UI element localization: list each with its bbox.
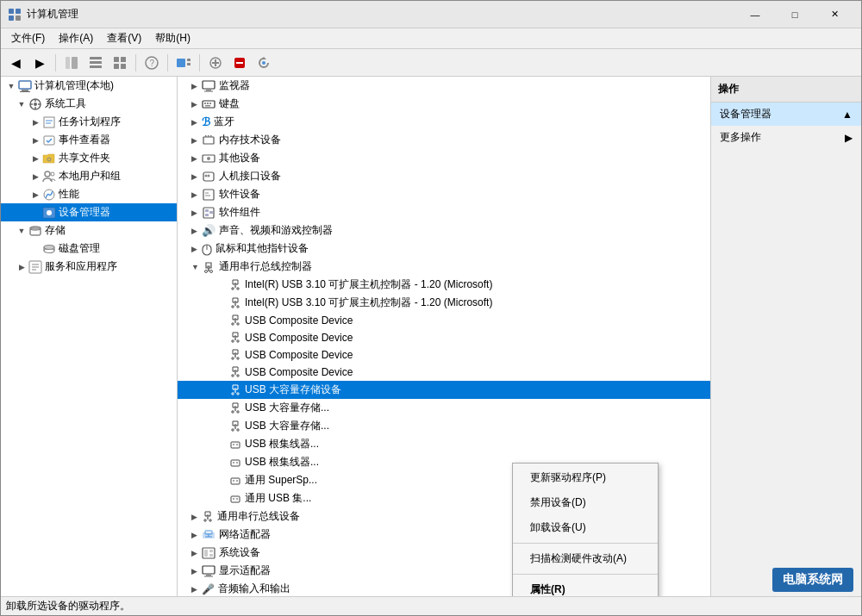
device-usb-composite2[interactable]: USB Composite Device (178, 329, 710, 346)
svg-point-104 (233, 480, 234, 482)
svg-point-66 (205, 174, 208, 177)
svg-point-82 (237, 306, 239, 308)
usb-hub-label: 通用 USB 集... (245, 491, 311, 506)
device-usb-composite4[interactable]: USB Composite Device (178, 364, 710, 381)
left-shared-folders[interactable]: ▶ 共享文件夹 (1, 149, 177, 167)
system-dev-label: 系统设备 (219, 545, 260, 560)
expand-monitors-icon: ▶ (191, 82, 202, 90)
network-label: 网络适配器 (219, 527, 271, 542)
left-root-item[interactable]: ▼ 计算机管理(本地) (1, 77, 177, 95)
left-sys-tools[interactable]: ▼ 系统工具 (1, 95, 177, 113)
device-other[interactable]: ▶ 其他设备 (178, 149, 710, 167)
menu-help[interactable]: 帮助(H) (148, 29, 197, 47)
device-usb-intel2[interactable]: Intel(R) USB 3.10 可扩展主机控制器 - 1.20 (Micro… (178, 294, 710, 312)
device-usb-mass3[interactable]: USB 大容量存储... (178, 417, 710, 435)
menu-action[interactable]: 操作(A) (52, 29, 100, 47)
context-scan-hardware[interactable]: 扫描检测硬件改动(A) (513, 546, 658, 571)
toolbar-sep4 (199, 54, 200, 72)
device-usb-mass1[interactable]: USB 大容量存储设备 (178, 381, 710, 399)
svg-rect-120 (206, 575, 211, 576)
context-uninstall-device[interactable]: 卸载设备(U) (513, 515, 658, 540)
left-event-viewer[interactable]: ▶ 事件查看器 (1, 131, 177, 149)
add-button[interactable] (204, 53, 227, 73)
usb-mass2-icon (229, 401, 241, 414)
menu-file[interactable]: 文件(F) (4, 29, 52, 47)
device-usb-controllers[interactable]: ▼ 通用串行总线控制器 (178, 258, 710, 276)
usb-mass1-icon (229, 383, 241, 396)
perf-icon (42, 188, 56, 202)
expand-services: ▶ (15, 260, 28, 274)
minimize-button[interactable]: — (735, 1, 775, 28)
device-keyboards[interactable]: ▶ 键盘 (178, 95, 710, 113)
forward-button[interactable]: ▶ (28, 53, 51, 73)
device-monitors[interactable]: ▶ 监视器 (178, 77, 710, 95)
perf-label: 性能 (59, 187, 79, 202)
svg-rect-59 (203, 137, 214, 144)
svg-point-93 (232, 411, 234, 413)
show-tree-button[interactable] (60, 53, 83, 73)
sw-components-icon (202, 206, 216, 219)
device-memory[interactable]: ▶ 内存技术设备 (178, 131, 710, 149)
action-device-manager[interactable]: 设备管理器 ▲ (711, 103, 861, 126)
svg-point-86 (237, 340, 239, 342)
svg-point-92 (237, 393, 239, 395)
usb-root2-icon (229, 456, 241, 469)
device-sound[interactable]: ▶ 🔊 声音、视频和游戏控制器 (178, 221, 710, 240)
sound-label: 声音、视频和游戏控制器 (219, 223, 333, 238)
remove-button[interactable] (228, 53, 251, 73)
device-software[interactable]: ▶ 软件设备 (178, 185, 710, 203)
expand-bluetooth-icon: ▶ (191, 118, 202, 127)
svg-point-37 (51, 172, 54, 176)
device-hid[interactable]: ▶ 人机接口设备 (178, 167, 710, 185)
watermark: 电脑系统网 (772, 568, 853, 592)
left-performance[interactable]: ▶ 性能 (1, 185, 177, 203)
svg-rect-17 (187, 63, 191, 65)
left-storage[interactable]: ▼ 存储 (1, 221, 177, 240)
status-text: 卸载所选设备的驱动程序。 (6, 599, 130, 613)
other-icon (202, 152, 216, 165)
system-dev-icon (202, 546, 216, 559)
maximize-button[interactable]: □ (775, 1, 815, 28)
close-button[interactable]: ✕ (815, 1, 854, 28)
left-device-manager[interactable]: 设备管理器 (1, 203, 177, 221)
device-mouse[interactable]: ▶ 鼠标和其他指针设备 (178, 240, 710, 258)
action-more-arrow: ▶ (845, 132, 853, 144)
left-services[interactable]: ▶ 服务和应用程序 (1, 258, 177, 276)
device-usb-composite1[interactable]: USB Composite Device (178, 312, 710, 329)
back-button[interactable]: ◀ (4, 53, 27, 73)
svg-point-36 (45, 171, 50, 177)
svg-point-98 (233, 444, 234, 445)
device-usb-intel1[interactable]: Intel(R) USB 3.10 可扩展主机控制器 - 1.20 (Micro… (178, 276, 710, 294)
svg-rect-60 (205, 135, 207, 137)
expand-display-icon: ▶ (191, 567, 202, 576)
usb-ctrl-label: 通用串行总线控制器 (219, 259, 312, 274)
view2-button[interactable] (109, 53, 131, 73)
device-sw-components[interactable]: ▶ 软件组件 (178, 203, 710, 221)
svg-rect-116 (204, 550, 208, 557)
audio-icon: 🎤 (202, 583, 215, 595)
context-properties[interactable]: 属性(R) (513, 577, 658, 596)
svg-point-64 (207, 157, 210, 160)
main-content: ▼ 计算机管理(本地) ▼ (1, 77, 861, 596)
device-usb-root1[interactable]: USB 根集线器... (178, 435, 710, 453)
help-button[interactable]: ? (141, 53, 163, 73)
left-local-users[interactable]: ▶ 本地用户和组 (1, 167, 177, 185)
action-more[interactable]: 更多操作 ▶ (711, 126, 861, 149)
disk-icon (42, 242, 56, 256)
device-bluetooth[interactable]: ▶ ℬ 蓝牙 (178, 113, 710, 131)
usb-bus-icon (202, 510, 214, 523)
svg-rect-4 (66, 57, 70, 69)
toolbar-sep3 (167, 54, 168, 72)
left-task-scheduler[interactable]: ▶ 任务计划程序 (1, 113, 177, 131)
context-disable-device[interactable]: 禁用设备(D) (513, 490, 658, 515)
view-detail-button[interactable] (172, 53, 195, 73)
device-usb-composite3[interactable]: USB Composite Device (178, 346, 710, 364)
menu-view[interactable]: 查看(V) (100, 29, 148, 47)
context-update-driver[interactable]: 更新驱动程序(P) (513, 465, 658, 490)
svg-point-89 (232, 375, 234, 376)
left-disk-management[interactable]: 磁盘管理 (1, 240, 177, 258)
view1-button[interactable] (84, 53, 107, 73)
refresh-button[interactable] (253, 53, 275, 73)
device-usb-mass2[interactable]: USB 大容量存储... (178, 399, 710, 417)
users-icon (42, 170, 56, 184)
